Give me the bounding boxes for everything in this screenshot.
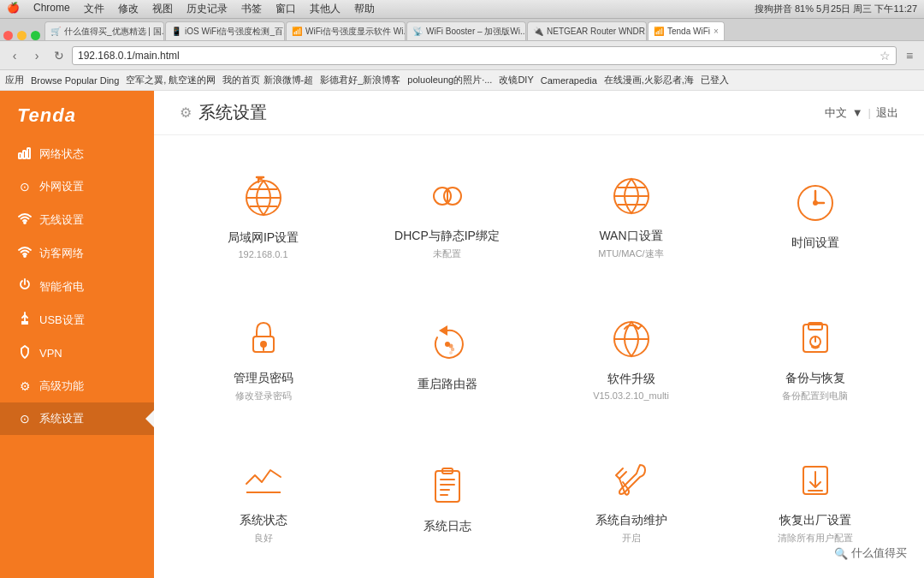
sys-log-icon [424, 462, 471, 510]
tab-favicon-4: 🔌 [533, 27, 543, 37]
settings-auto-maint[interactable]: 系统自动维护 开启 [539, 427, 723, 569]
tab-4[interactable]: 🔌 NETGEAR Router WNDR... × [527, 21, 647, 40]
factory-reset-desc: 清除所有用户配置 [778, 532, 853, 545]
sidebar-item-usb[interactable]: USB设置 [0, 303, 154, 337]
settings-sys-status[interactable]: 系统状态 良好 [171, 427, 355, 569]
sys-status-desc: 良好 [254, 532, 273, 545]
svg-rect-2 [27, 148, 30, 158]
factory-reset-icon [791, 456, 839, 504]
settings-lan-ip[interactable]: 局域网IP设置 192.168.0.1 [171, 144, 355, 286]
bookmark-star[interactable]: ☆ [880, 49, 891, 63]
menu-button[interactable]: ≡ [900, 46, 919, 65]
sidebar-item-smart-power[interactable]: 智能省电 [0, 270, 154, 303]
sidebar-label-system: 系统设置 [39, 411, 84, 426]
tenda-logo: Tenda [0, 91, 154, 137]
tab-3[interactable]: 📡 WiFi Booster – 加强版Wi... × [406, 21, 526, 40]
advanced-icon: ⚙ [17, 379, 33, 393]
fullscreen-button[interactable] [31, 31, 40, 40]
tab-favicon-5: 📶 [654, 27, 664, 37]
svg-rect-33 [435, 471, 459, 502]
forward-button[interactable]: › [27, 46, 46, 65]
close-button[interactable] [3, 31, 13, 40]
tab-favicon-0: 🛒 [50, 27, 61, 37]
settings-reboot[interactable]: 重启路由器 [355, 286, 539, 428]
svg-point-3 [24, 222, 26, 223]
language-selector[interactable]: 中文 [825, 105, 847, 121]
settings-sys-log[interactable]: 系统日志 [355, 427, 539, 569]
sidebar-item-guest-network[interactable]: 访客网络 [0, 236, 154, 270]
main-content: ⚙ 系统设置 中文 ▼ | 退出 [154, 91, 924, 578]
bookmark-2[interactable]: 空军之翼, 航空迷的网 [126, 74, 216, 86]
wireless-icon [17, 212, 33, 228]
time-name: 时间设置 [791, 235, 839, 251]
svg-point-24 [451, 349, 453, 350]
divider: | [868, 106, 871, 119]
watermark: 🔍 什么值得买 [834, 545, 907, 561]
backup-icon [791, 314, 839, 362]
view-menu[interactable]: 视图 [152, 2, 173, 16]
sidebar-label-wan-settings: 外网设置 [39, 179, 84, 194]
tab-close-5[interactable]: × [714, 27, 719, 36]
reboot-name: 重启路由器 [418, 377, 477, 392]
sidebar-item-advanced[interactable]: ⚙ 高级功能 [0, 370, 154, 402]
backup-desc: 备份配置到电脑 [782, 390, 848, 402]
refresh-button[interactable]: ↻ [50, 46, 68, 65]
logout-button[interactable]: 退出 [876, 105, 898, 121]
people-menu[interactable]: 其他人 [310, 2, 341, 16]
tab-favicon-1: 📱 [171, 27, 181, 37]
sidebar-label-guest-network: 访客网络 [39, 246, 84, 261]
tab-5[interactable]: 📶 Tenda WiFi × [648, 21, 725, 40]
settings-backup[interactable]: 备份与恢复 备份配置到电脑 [723, 286, 907, 428]
apple-menu[interactable]: 🍎 [7, 2, 20, 16]
settings-admin-pwd[interactable]: 管理员密码 修改登录密码 [171, 286, 355, 428]
tab-1[interactable]: 📱 iOS WiFi信号强度检测_百... × [165, 21, 285, 40]
sidebar-item-vpn[interactable]: VPN [0, 337, 154, 370]
history-menu[interactable]: 历史记录 [187, 2, 228, 16]
window-menu[interactable]: 窗口 [275, 2, 296, 16]
sidebar-label-wireless: 无线设置 [39, 212, 84, 228]
main-header: ⚙ 系统设置 中文 ▼ | 退出 [154, 91, 924, 135]
time-icon [791, 179, 839, 227]
bookmarks-menu[interactable]: 书签 [241, 2, 262, 16]
bookmark-4[interactable]: 影德君好_新浪博客 [320, 74, 400, 86]
settings-dhcp-static[interactable]: DHCP与静态IP绑定 未配置 [355, 144, 539, 286]
bookmark-5[interactable]: poluoleung的照片·... [407, 74, 492, 86]
chrome-menu[interactable]: Chrome [33, 2, 70, 16]
address-bar[interactable]: 192.168.0.1/main.html ☆ [72, 46, 897, 65]
bookmark-9[interactable]: 已登入 [701, 74, 729, 86]
bookmark-apps[interactable]: 应用 [5, 74, 24, 86]
svg-point-23 [449, 345, 452, 348]
sys-status-name: 系统状态 [240, 513, 287, 528]
auto-maint-icon [607, 456, 655, 504]
reboot-icon [424, 320, 471, 368]
edit-menu[interactable]: 修改 [118, 2, 139, 16]
sidebar-item-wireless[interactable]: 无线设置 [0, 203, 154, 236]
sidebar-item-wan-settings[interactable]: ⊙ 外网设置 [0, 170, 154, 203]
sys-status-icon [240, 456, 287, 504]
settings-upgrade[interactable]: 软件升级 V15.03.2.10_multi [539, 286, 723, 428]
tab-favicon-2: 📶 [292, 27, 302, 37]
sidebar-label-vpn: VPN [39, 347, 62, 360]
settings-grid: 局域网IP设置 192.168.0.1 DHCP与静态IP绑定 未配置 [154, 135, 924, 578]
minimize-button[interactable] [17, 31, 27, 40]
file-menu[interactable]: 文件 [84, 2, 104, 16]
tab-2[interactable]: 📶 WiFi信号强度显示软件 Wi... × [286, 21, 406, 40]
bookmark-6[interactable]: 改镜DIY [499, 74, 533, 86]
back-button[interactable]: ‹ [5, 46, 24, 65]
bookmark-3[interactable]: 我的首页 新浪微博-超 [222, 74, 313, 86]
page-title-text: 系统设置 [198, 101, 267, 124]
bookmark-8[interactable]: 在线漫画,火影忍者,海 [604, 74, 694, 86]
dhcp-icon [424, 172, 471, 220]
tab-label-5: Tenda WiFi [667, 27, 710, 36]
bookmark-1[interactable]: Browse Popular Ding [31, 75, 119, 86]
settings-wan-port[interactable]: WAN口设置 MTU/MAC/速率 [539, 144, 723, 286]
sidebar-item-system[interactable]: ⊙ 系统设置 [0, 402, 154, 435]
settings-time[interactable]: 时间设置 [723, 144, 907, 286]
help-menu[interactable]: 帮助 [354, 2, 375, 16]
sidebar-item-network-status[interactable]: 网络状态 [0, 137, 154, 170]
bookmark-7[interactable]: Camerapedia [541, 75, 597, 86]
sidebar-label-smart-power: 智能省电 [39, 279, 84, 295]
tab-0[interactable]: 🛒 什么值得买_优惠精选 | 国... × [44, 21, 164, 40]
header-controls: 中文 ▼ | 退出 [825, 105, 898, 121]
router-ui: Tenda 网络状态 ⊙ 外网设置 [0, 91, 924, 578]
